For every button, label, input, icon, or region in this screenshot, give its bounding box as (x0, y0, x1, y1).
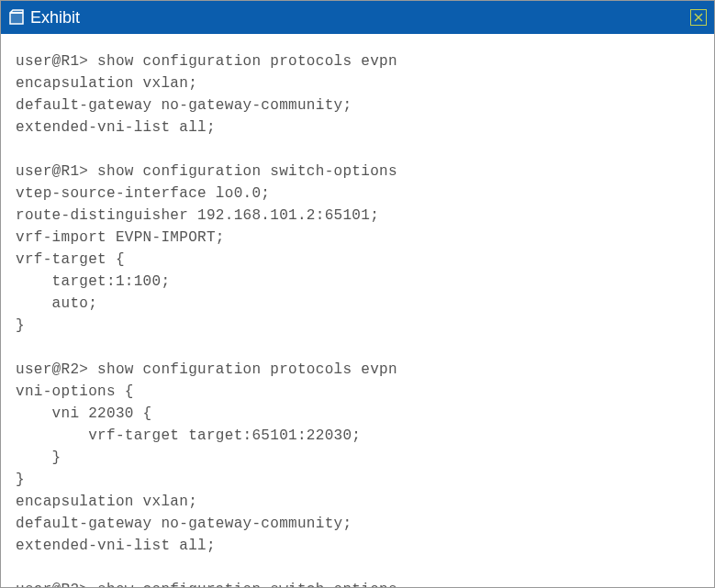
window-icon (8, 9, 25, 26)
close-button[interactable] (690, 9, 707, 26)
exhibit-window: Exhibit user@R1> show configuration prot… (0, 0, 715, 588)
window-title: Exhibit (30, 8, 80, 28)
close-icon (693, 12, 704, 23)
titlebar-left: Exhibit (8, 8, 80, 28)
titlebar: Exhibit (1, 1, 714, 34)
terminal-output: user@R1> show configuration protocols ev… (1, 34, 714, 587)
